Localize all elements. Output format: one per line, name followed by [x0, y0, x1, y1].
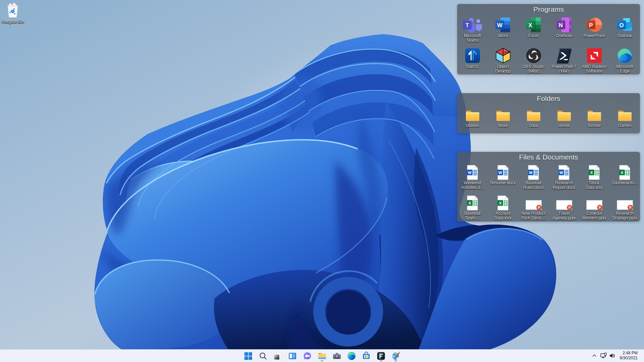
svg-text:P: P: [538, 206, 540, 209]
svg-text:N: N: [558, 22, 562, 28]
svg-text:O: O: [619, 22, 624, 28]
svg-text:P: P: [568, 206, 571, 209]
svg-text:W: W: [498, 171, 502, 175]
svg-text:W: W: [497, 22, 502, 28]
svg-text:P: P: [629, 206, 631, 209]
svg-text:W: W: [559, 171, 563, 175]
svg-text:X: X: [528, 22, 532, 28]
svg-text:P: P: [589, 22, 593, 28]
svg-text:X: X: [469, 201, 471, 205]
svg-text:T: T: [466, 22, 469, 28]
svg-text:X: X: [621, 171, 624, 175]
svg-text:X: X: [499, 201, 502, 205]
svg-text:P: P: [598, 206, 601, 209]
svg-text:W: W: [529, 171, 533, 175]
svg-text:X: X: [590, 171, 593, 175]
svg-text:W: W: [468, 171, 472, 175]
